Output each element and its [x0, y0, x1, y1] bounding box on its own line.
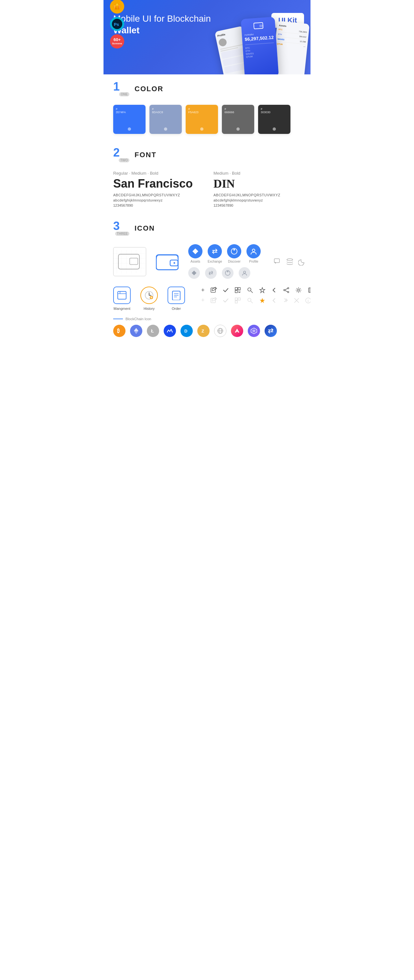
swatch-orange: #F5A623 — [186, 105, 218, 134]
profile-icon-svg — [250, 248, 257, 255]
exchange-label: Exchange — [208, 260, 222, 263]
svg-marker-93 — [252, 329, 256, 332]
swatch-dark: #303030 — [258, 105, 290, 134]
color-swatches: #3574FA #8DA0C8 #F5A623 #666666 — [113, 105, 301, 134]
icon-assets: Assets — [188, 244, 202, 263]
svg-rect-58 — [240, 291, 240, 291]
tool-icons-active: + ✕ — [201, 286, 310, 294]
close-icon-muted — [294, 298, 299, 303]
discover-gray-svg — [225, 270, 231, 276]
assets-icon-circle — [188, 244, 202, 258]
svg-rect-10 — [259, 25, 263, 27]
icon-exchange: Exchange — [208, 244, 222, 263]
wallet-outline-grid — [113, 247, 146, 276]
discover-icon-svg — [231, 248, 238, 255]
order-icon-box — [167, 286, 185, 304]
history-icon-box — [140, 286, 158, 304]
svg-point-68 — [298, 289, 299, 291]
hero-badges: Ps 60+ Screens — [110, 0, 124, 49]
crypto-net — [214, 325, 226, 337]
icon-title: ICON — [135, 224, 155, 232]
back-icon-muted — [271, 298, 277, 303]
dash-svg: D — [183, 327, 190, 334]
wallet-grid-svg — [113, 250, 146, 273]
order-label: Order — [172, 307, 181, 310]
check-icon — [223, 287, 229, 293]
net-svg — [217, 327, 224, 334]
svg-rect-49 — [172, 291, 180, 300]
edit-icon-muted — [210, 297, 217, 304]
sf-numbers: 1234567890 — [113, 204, 201, 207]
color-section: 1 ONE COLOR #3574FA #8DA0C8 #F5A623 — [113, 81, 301, 134]
assets-label: Assets — [191, 260, 200, 263]
exchange-gray-svg — [208, 270, 214, 276]
nav-icons-row-bottom — [188, 267, 261, 279]
management-svg — [117, 291, 127, 300]
hero-title-text: Mobile UI for Blockchain — [113, 14, 211, 24]
svg-marker-62 — [260, 288, 265, 293]
svg-rect-57 — [238, 291, 239, 291]
crypto-btc: ₿ — [113, 325, 126, 337]
stack-icon — [286, 258, 294, 266]
icon-history: History — [140, 286, 158, 310]
discover-label: Discover — [228, 260, 240, 263]
badge-screens: 60+ Screens — [110, 34, 124, 49]
crypto-swap — [264, 325, 277, 337]
icon-showcase-row: Assets Exchange — [113, 244, 301, 279]
svg-point-63 — [288, 288, 289, 289]
svg-text:Z: Z — [202, 329, 204, 334]
btc-svg: ₿ — [116, 327, 123, 334]
zec-svg: Z — [200, 327, 207, 334]
section-number-1: 1 ONE — [113, 81, 129, 97]
swatch-gray-blue: #8DA0C8 — [150, 105, 182, 134]
crypto-poly — [248, 325, 260, 337]
svg-text:D: D — [184, 329, 187, 334]
svg-text:i: i — [307, 299, 309, 303]
history-svg — [144, 290, 154, 300]
color-title: COLOR — [135, 85, 163, 93]
svg-line-66 — [285, 288, 288, 290]
svg-rect-23 — [156, 255, 178, 270]
check-icon-muted — [223, 298, 229, 303]
svg-rect-21 — [118, 254, 139, 269]
svg-line-76 — [251, 301, 253, 303]
assets-icon-gray — [188, 267, 200, 279]
icon-section: 3 THREE ICON — [113, 220, 301, 337]
eth-svg — [132, 327, 140, 334]
sf-uppercase: ABCDEFGHIJKLMNOPQRSTUVWXYZ — [113, 193, 201, 197]
info-icon-muted: i — [305, 297, 310, 304]
crypto-ae — [231, 325, 243, 337]
section-number-2: 2 TWO — [113, 147, 129, 163]
svg-rect-69 — [309, 288, 310, 293]
star-icon-active — [259, 297, 266, 304]
history-label: History — [143, 307, 154, 310]
profile-gray-svg — [242, 270, 247, 276]
sf-lowercase: abcdefghijklmnopqrstuvwxyz — [113, 198, 201, 202]
waves-svg — [166, 327, 174, 334]
misc-icons-top: i — [274, 258, 310, 266]
sketch-icon — [113, 2, 121, 11]
svg-text:₿: ₿ — [117, 328, 119, 334]
settings-icon — [295, 287, 302, 293]
management-icon-box — [113, 286, 131, 304]
chat-icon — [274, 258, 282, 266]
order-svg — [172, 290, 181, 300]
discover-icon-gray — [222, 267, 234, 279]
svg-marker-83 — [134, 328, 139, 332]
ltc-svg: Ł — [150, 327, 156, 334]
profile-label: Profile — [249, 260, 258, 263]
crypto-dash: D — [180, 325, 193, 337]
svg-rect-55 — [238, 288, 240, 290]
qr-icon-muted — [234, 297, 241, 304]
star-icon — [259, 287, 266, 293]
color-section-header: 1 ONE COLOR — [113, 81, 301, 97]
font-content: Regular · Medium · Bold San Francisco AB… — [113, 171, 301, 207]
din-name: DIN — [213, 177, 301, 191]
misc-icons-right: i — [274, 258, 310, 266]
font-section-header: 2 TWO FONT — [113, 147, 301, 163]
main-content: 1 ONE COLOR #3574FA #8DA0C8 #F5A623 — [104, 75, 310, 356]
icon-discover: Discover — [227, 244, 241, 263]
svg-marker-30 — [192, 271, 197, 275]
crypto-icons-row: ₿ Ł — [113, 325, 301, 337]
icon-order: Order — [167, 286, 185, 310]
